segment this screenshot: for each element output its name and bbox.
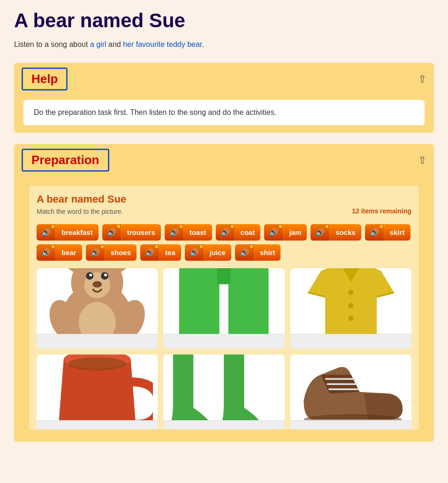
help-title: Help xyxy=(31,72,58,86)
picture-card-shirt[interactable] xyxy=(290,268,411,349)
trousers-answer-box[interactable] xyxy=(163,334,284,349)
page-subtitle: Listen to a song about a girl and her fa… xyxy=(14,40,434,49)
word-buttons-container: 🔊 breakfast 🔊 trousers 🔊 toast 🔊 coat 🔊 xyxy=(37,224,411,261)
picture-area-trousers xyxy=(163,268,284,334)
speaker-icon: 🔊 xyxy=(41,248,51,257)
preparation-panel: Preparation ⇧ A bear named Sue Match the… xyxy=(14,144,434,442)
speaker-icon: 🔊 xyxy=(91,248,100,257)
svg-point-10 xyxy=(104,273,107,276)
svg-point-21 xyxy=(348,290,353,295)
shoe-answer-box[interactable] xyxy=(290,420,411,430)
word-btn-toast[interactable]: 🔊 toast xyxy=(165,224,212,241)
svg-point-9 xyxy=(89,273,92,276)
speaker-icon: 🔊 xyxy=(370,228,379,237)
picture-card-shoe[interactable] xyxy=(290,355,411,430)
help-title-box: Help xyxy=(22,68,68,91)
picture-card-bear[interactable] xyxy=(37,268,158,349)
help-text: Do the preparation task first. Then list… xyxy=(23,100,425,125)
picture-area-boots xyxy=(163,355,284,420)
page-title: A bear named Sue xyxy=(14,9,434,32)
picture-card-boots[interactable] xyxy=(163,355,284,430)
preparation-header: Preparation ⇧ xyxy=(14,144,434,176)
speaker-icon: 🔊 xyxy=(315,228,325,237)
help-body: Do the preparation task first. Then list… xyxy=(14,95,434,133)
word-btn-coat[interactable]: 🔊 coat xyxy=(216,224,261,241)
inner-title: A bear named Sue xyxy=(37,193,411,205)
cup-answer-box[interactable] xyxy=(37,420,158,430)
speaker-icon: 🔊 xyxy=(145,248,154,257)
word-btn-socks[interactable]: 🔊 socks xyxy=(311,224,361,241)
boots-answer-box[interactable] xyxy=(163,420,284,430)
speaker-icon: 🔊 xyxy=(240,248,249,257)
help-panel: Help ⇧ Do the preparation task first. Th… xyxy=(14,63,434,133)
help-header: Help ⇧ xyxy=(14,63,434,95)
word-btn-tea[interactable]: 🔊 tea xyxy=(140,244,181,261)
preparation-title-box: Preparation xyxy=(22,149,109,172)
word-btn-shoes[interactable]: 🔊 shoes xyxy=(86,244,137,261)
shirt-answer-box[interactable] xyxy=(290,334,411,349)
word-btn-bear[interactable]: 🔊 bear xyxy=(37,244,82,261)
cup-image xyxy=(41,355,153,430)
picture-card-trousers[interactable] xyxy=(163,268,284,349)
pictures-grid xyxy=(37,268,411,430)
preparation-body: A bear named Sue Match the word to the p… xyxy=(14,176,434,442)
word-btn-breakfast[interactable]: 🔊 breakfast xyxy=(37,224,99,241)
speaker-icon: 🔊 xyxy=(269,228,278,237)
picture-area-shirt xyxy=(290,268,411,334)
svg-rect-30 xyxy=(224,355,244,408)
items-remaining: 12 items remaining xyxy=(352,207,411,215)
picture-area-cup xyxy=(37,355,158,420)
preparation-collapse-button[interactable]: ⇧ xyxy=(418,154,426,166)
word-btn-trousers[interactable]: 🔊 trousers xyxy=(102,224,161,241)
inner-subtitle: Match the word to the picture. xyxy=(37,208,123,215)
word-btn-skirt[interactable]: 🔊 skirt xyxy=(365,224,410,241)
word-btn-jam[interactable]: 🔊 jam xyxy=(264,224,307,241)
word-btn-juice[interactable]: 🔊 juice xyxy=(185,244,231,261)
help-collapse-button[interactable]: ⇧ xyxy=(418,73,426,85)
svg-point-23 xyxy=(348,316,353,321)
word-btn-shirt[interactable]: 🔊 shirt xyxy=(235,244,281,261)
picture-card-cup[interactable] xyxy=(37,355,158,430)
boots-image xyxy=(168,355,280,430)
preparation-scroll-area[interactable]: A bear named Sue Match the word to the p… xyxy=(29,186,419,430)
speaker-icon: 🔊 xyxy=(41,228,51,237)
speaker-icon: 🔊 xyxy=(107,228,116,237)
speaker-icon: 🔊 xyxy=(220,228,230,237)
svg-point-27 xyxy=(68,357,126,371)
svg-rect-20 xyxy=(217,268,231,284)
shoe-image xyxy=(295,355,407,426)
picture-area-bear xyxy=(37,268,158,334)
preparation-title: Preparation xyxy=(31,153,99,167)
svg-point-22 xyxy=(348,303,353,308)
svg-point-11 xyxy=(92,281,102,287)
speaker-icon: 🔊 xyxy=(190,248,199,257)
picture-area-shoe xyxy=(290,355,411,420)
speaker-icon: 🔊 xyxy=(169,228,179,237)
svg-rect-28 xyxy=(173,355,193,408)
bear-answer-box[interactable] xyxy=(37,334,158,349)
